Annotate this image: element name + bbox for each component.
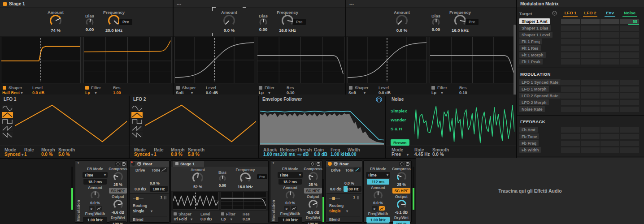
fb-amount-value[interactable]: 0.0 %: [285, 201, 295, 205]
mode-dropdown[interactable]: Synced ▾: [134, 152, 153, 157]
amount-knob[interactable]: [396, 15, 408, 26]
square-wave-icon[interactable]: [131, 119, 143, 125]
blend-slider[interactable]: [133, 196, 144, 201]
tone-value[interactable]: 0.0 %: [344, 181, 354, 185]
matrix-cell[interactable]: [581, 39, 600, 44]
bias-knob[interactable]: [86, 18, 94, 26]
release-value[interactable]: 100 ms: [280, 152, 295, 157]
target-lfo2-synced-rate[interactable]: LFO 2 Synced Rate: [519, 93, 561, 99]
frequency-knob[interactable]: [240, 172, 251, 183]
matrix-cell[interactable]: [561, 52, 580, 58]
matrix-cell[interactable]: [600, 52, 619, 58]
fb-amount-knob[interactable]: [91, 191, 100, 200]
bias-knob[interactable]: [260, 18, 267, 26]
stage-tab-checkbox[interactable]: [175, 162, 178, 165]
output-knob[interactable]: [113, 200, 123, 209]
target-noise-rate[interactable]: Noise Rate: [519, 106, 545, 112]
filter-checkbox[interactable]: [85, 86, 89, 90]
phase-invert-button[interactable]: ø: [372, 206, 378, 211]
amount-value[interactable]: 0.0 %: [215, 28, 244, 33]
matrix-cell[interactable]: [581, 32, 600, 38]
device-activator-icon[interactable]: [131, 162, 135, 166]
matrix-cell[interactable]: [600, 107, 619, 112]
preview-icon[interactable]: ▶: [137, 162, 141, 166]
matrix-cell[interactable]: [620, 100, 639, 105]
rack-title-strip[interactable]: ▼ Modulation: [75, 161, 81, 222]
frequency-value[interactable]: 16.0 kHz: [446, 28, 474, 33]
bias-knob[interactable]: [219, 175, 226, 182]
matrix-cell[interactable]: [600, 19, 619, 24]
fold-device-icon[interactable]: ▼: [272, 162, 275, 164]
rack-vertical-title[interactable]: Modulation: [76, 200, 81, 221]
matrix-cell[interactable]: [561, 93, 580, 99]
target-flt-1-morph[interactable]: Flt 1 Morph: [519, 52, 546, 58]
frequency-knob[interactable]: [282, 15, 293, 26]
pre-button[interactable]: Pre: [293, 19, 306, 25]
matrix-cell[interactable]: [581, 141, 600, 146]
freq-value[interactable]: 1.00 kHz: [331, 152, 348, 157]
bias-knob-group[interactable]: Bias 0.00: [80, 8, 100, 36]
amount-knob[interactable]: [192, 172, 203, 183]
matrix-cell[interactable]: [561, 86, 580, 92]
matrix-cell[interactable]: [600, 141, 619, 146]
shaper-curve-thumbnail-icon[interactable]: [353, 168, 361, 172]
matrix-cell[interactable]: [561, 26, 580, 31]
frequency-value[interactable]: 16.0 kHz: [232, 185, 259, 189]
target-lfo1-morph[interactable]: LFO 1 Morph: [519, 86, 549, 92]
fb-time-value[interactable]: 112 ms: [367, 179, 389, 185]
amount-value[interactable]: 74 %: [41, 28, 70, 33]
target-fb-width[interactable]: Fb Width: [519, 147, 541, 153]
mode-dropdown[interactable]: Free ▾: [392, 152, 409, 157]
sc-hpf-button[interactable]: SC HPF: [392, 188, 410, 194]
matrix-cell[interactable]: [600, 32, 619, 38]
col-noise[interactable]: Noise: [620, 10, 640, 17]
save-preset-icon[interactable]: [121, 162, 126, 166]
saw-down-wave-icon[interactable]: [2, 132, 13, 138]
compress-value[interactable]: 25 %: [397, 182, 405, 187]
matrix-cell[interactable]: [581, 86, 600, 92]
rack-vertical-title[interactable]: Modulation: [271, 200, 276, 221]
morph-value[interactable]: 0.0 %: [171, 152, 183, 157]
bias-value[interactable]: 0.00: [213, 183, 231, 188]
amount-knob-group[interactable]: Amount 74 %: [41, 8, 70, 36]
fb-amount-value[interactable]: 0.0 %: [90, 201, 100, 205]
target-lfo1-synced-rate[interactable]: LFO 1 Synced Rate: [519, 79, 561, 85]
matrix-cell[interactable]: [600, 46, 619, 51]
bias-knob-group[interactable]: Bias 0.00: [253, 8, 273, 36]
morph-value[interactable]: 0.0 %: [41, 152, 53, 157]
matrix-cell[interactable]: [581, 46, 600, 51]
roar-1-title-bar[interactable]: ▶ Roar: [130, 161, 169, 167]
bias-knob[interactable]: [432, 18, 440, 26]
blend-slider[interactable]: [329, 196, 340, 201]
fb-time-value[interactable]: 18.2 ms: [83, 179, 107, 185]
amount-knob-group[interactable]: Amount 52 %: [184, 167, 211, 191]
matrix-cell[interactable]: [600, 26, 619, 31]
warning-icon[interactable]: ▲: [334, 162, 338, 166]
pre-button[interactable]: Pre: [119, 19, 132, 25]
routing-dropdown[interactable]: Single ▾: [329, 209, 348, 213]
matrix-cell[interactable]: [600, 93, 619, 99]
matrix-cell[interactable]: [620, 80, 639, 85]
bias-value[interactable]: 0.00: [253, 27, 273, 32]
shaper-curve-thumbnail-icon[interactable]: [160, 168, 167, 172]
res-value[interactable]: 0.10: [243, 217, 250, 221]
audio-effects-drop-area[interactable]: Trascina qui gli Effetti Audio: [416, 158, 644, 224]
matrix-cell[interactable]: [561, 127, 580, 133]
target-fb-amt[interactable]: Fb Amt: [519, 127, 538, 133]
stage-scrollbar[interactable]: [513, 25, 516, 96]
matrix-cell[interactable]: [581, 19, 600, 24]
stage-1-tab[interactable]: Stage 1: [173, 161, 204, 167]
target-shaper-1-level[interactable]: Shaper 1 Level: [519, 32, 553, 38]
sine-wave-icon[interactable]: [131, 105, 143, 111]
roar-2-title-bar[interactable]: ▲ Roar: [326, 161, 362, 167]
target-fb-time[interactable]: Fb Time: [519, 134, 539, 139]
gain-value[interactable]: 0.0 dB: [314, 152, 327, 157]
output-value[interactable]: -5.1 dB: [395, 210, 408, 215]
fb-amount-value[interactable]: 0.0 %: [373, 201, 383, 205]
matrix-cell[interactable]: [561, 19, 580, 24]
routing-dropdown[interactable]: Single ▾: [133, 209, 152, 213]
headphones-icon[interactable]: [376, 96, 382, 103]
matrix-cell[interactable]: [561, 141, 580, 146]
amount-knob[interactable]: [50, 15, 61, 26]
drive-value[interactable]: 0.0 dB: [135, 187, 146, 191]
